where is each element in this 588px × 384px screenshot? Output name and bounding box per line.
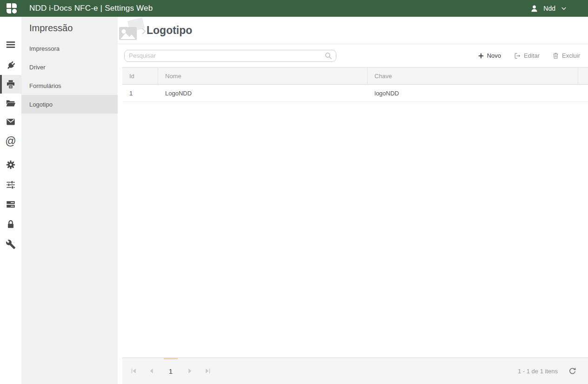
selected-page-indicator [164, 358, 178, 359]
current-page-number: 1 [169, 367, 173, 375]
edit-icon [514, 52, 521, 60]
next-page-icon [186, 367, 194, 375]
data-grid: Id Nome Chave 1 LogoNDD logoNDD [122, 67, 588, 102]
last-page-button[interactable] [202, 365, 213, 377]
mail-icon [6, 117, 16, 127]
pager: 1 1 - 1 de 1 itens [122, 357, 588, 384]
chevron-down-icon [560, 5, 568, 12]
sidebar-item-formularios[interactable]: Formulários [21, 76, 118, 95]
pager-right: 1 - 1 de 1 itens [518, 367, 588, 376]
rail-item-tools[interactable] [0, 235, 21, 254]
cell-filler [578, 85, 588, 101]
app-title: NDD i-Docs NFC-e | Settings Web [29, 4, 153, 13]
icon-rail: @ [0, 17, 21, 384]
first-page-icon [130, 367, 138, 375]
delete-button[interactable]: Excluir [552, 52, 580, 59]
rail-item-parameters[interactable] [0, 175, 21, 194]
cell-id: 1 [122, 85, 158, 101]
wrench-icon [6, 239, 16, 249]
current-page-button[interactable]: 1 [164, 358, 178, 384]
lock-icon [6, 219, 16, 229]
column-header-nome[interactable]: Nome [158, 67, 368, 84]
previous-page-button[interactable] [146, 365, 157, 377]
rail-item-connections[interactable] [0, 56, 21, 75]
grid-header: Id Nome Chave [122, 67, 588, 85]
cell-chave: logoNDD [368, 85, 578, 101]
gear-icon [6, 160, 16, 170]
next-page-button[interactable] [184, 365, 195, 377]
column-header-chave[interactable]: Chave [368, 67, 578, 84]
user-menu[interactable]: Ndd [530, 4, 588, 13]
server-icon [6, 199, 16, 209]
page-header: Logotipo [118, 17, 588, 44]
rail-item-printing[interactable] [0, 75, 21, 94]
new-button-label: Novo [487, 52, 501, 59]
trash-icon [552, 52, 559, 59]
rail-item-mail[interactable] [0, 113, 21, 131]
refresh-button[interactable] [568, 367, 577, 376]
sidebar-item-logotipo[interactable]: Logotipo [21, 95, 118, 114]
sidebar-item-impressora[interactable]: Impressora [21, 39, 118, 58]
topbar: NDD i-Docs NFC-e | Settings Web Ndd [0, 0, 588, 17]
at-icon: @ [5, 136, 16, 147]
page-title: Logotipo [147, 24, 192, 37]
user-name: Ndd [543, 5, 555, 12]
table-row[interactable]: 1 LogoNDD logoNDD [122, 85, 588, 102]
new-button[interactable]: Novo [478, 52, 501, 59]
edit-button-label: Editar [524, 52, 540, 59]
app-root: NDD i-Docs NFC-e | Settings Web Ndd [0, 0, 588, 384]
rail-item-security[interactable] [0, 215, 21, 234]
printer-icon [7, 79, 16, 89]
cell-nome: LogoNDD [158, 85, 368, 101]
submenu-sidebar: Impressão Impressora Driver Formulários … [21, 17, 118, 384]
last-page-icon [203, 367, 212, 375]
breadcrumb-chevron-icon [141, 28, 146, 36]
rail-item-settings[interactable] [0, 155, 21, 174]
edit-button[interactable]: Editar [514, 52, 540, 60]
pager-info: 1 - 1 de 1 itens [518, 368, 558, 375]
folder-open-icon [6, 98, 16, 108]
search-box [124, 50, 336, 62]
plus-icon [478, 53, 484, 59]
previous-page-icon [147, 367, 156, 375]
sidebar-item-driver[interactable]: Driver [21, 58, 118, 76]
column-header-filler [578, 67, 588, 84]
sidebar-heading: Impressão [21, 17, 118, 39]
rail-item-files[interactable] [0, 94, 21, 113]
sliders-icon [6, 180, 16, 190]
user-icon [530, 4, 539, 13]
rail-item-services[interactable] [0, 195, 21, 214]
main-content: Logotipo Novo [118, 17, 588, 384]
toolbar: Novo Editar Excluir [118, 44, 588, 67]
search-input[interactable] [124, 50, 336, 62]
toolbar-actions: Novo Editar Excluir [478, 52, 588, 60]
app-logo-icon [7, 3, 17, 13]
menu-toggle-button[interactable] [0, 35, 21, 54]
menu-icon [6, 40, 16, 50]
delete-button-label: Excluir [562, 52, 580, 59]
first-page-button[interactable] [128, 365, 140, 377]
rail-item-email-settings[interactable]: @ [0, 132, 21, 150]
search-icon [324, 52, 333, 60]
plug-icon [6, 61, 16, 71]
column-header-id[interactable]: Id [122, 67, 158, 84]
